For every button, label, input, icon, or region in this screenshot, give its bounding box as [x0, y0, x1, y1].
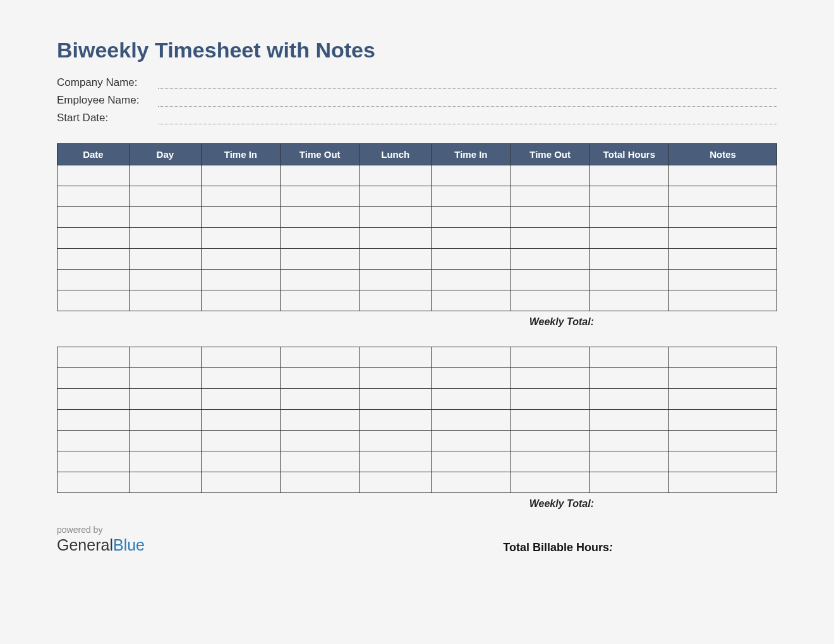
week1-cell-timeout2[interactable]	[511, 249, 589, 270]
week1-cell-timein1[interactable]	[201, 270, 280, 290]
week1-cell-lunch[interactable]	[360, 290, 432, 311]
week2-cell-date[interactable]	[57, 431, 130, 451]
week1-cell-day[interactable]	[129, 270, 201, 290]
week1-cell-notes[interactable]	[669, 249, 777, 270]
week2-cell-timeout1[interactable]	[281, 347, 360, 368]
week2-cell-total[interactable]	[589, 431, 668, 451]
week2-cell-total[interactable]	[589, 410, 668, 431]
week1-cell-timeout2[interactable]	[511, 290, 589, 311]
week2-cell-lunch[interactable]	[360, 389, 432, 410]
week2-cell-date[interactable]	[57, 410, 130, 431]
week1-cell-timein2[interactable]	[432, 290, 511, 311]
week2-cell-notes[interactable]	[669, 389, 777, 410]
week2-cell-day[interactable]	[129, 472, 201, 493]
week1-cell-lunch[interactable]	[360, 207, 432, 228]
week2-cell-total[interactable]	[589, 347, 668, 368]
week2-cell-timeout2[interactable]	[511, 389, 589, 410]
week1-cell-timeout1[interactable]	[281, 228, 360, 249]
week1-cell-date[interactable]	[57, 249, 130, 270]
week1-cell-date[interactable]	[57, 207, 130, 228]
company-input-line[interactable]	[158, 78, 777, 89]
week2-cell-timeout2[interactable]	[511, 472, 589, 493]
week1-cell-total[interactable]	[589, 207, 668, 228]
week1-cell-timeout2[interactable]	[511, 186, 589, 207]
week1-cell-date[interactable]	[57, 290, 130, 311]
week1-cell-timein2[interactable]	[432, 249, 511, 270]
week1-cell-timein1[interactable]	[201, 249, 280, 270]
week1-cell-timein1[interactable]	[201, 290, 280, 311]
week2-cell-date[interactable]	[57, 347, 130, 368]
week2-cell-day[interactable]	[129, 368, 201, 389]
week2-cell-notes[interactable]	[669, 368, 777, 389]
week1-cell-timein2[interactable]	[432, 207, 511, 228]
week1-cell-timein1[interactable]	[201, 207, 280, 228]
week1-cell-timeout1[interactable]	[281, 290, 360, 311]
week2-cell-timein2[interactable]	[432, 472, 511, 493]
week1-cell-notes[interactable]	[669, 165, 777, 186]
week1-cell-timeout2[interactable]	[511, 270, 589, 290]
week2-cell-day[interactable]	[129, 431, 201, 451]
week2-cell-timein1[interactable]	[201, 368, 280, 389]
week2-cell-total[interactable]	[589, 451, 668, 472]
week1-cell-timein2[interactable]	[432, 228, 511, 249]
week1-cell-timein1[interactable]	[201, 165, 280, 186]
week2-cell-timein2[interactable]	[432, 451, 511, 472]
week2-cell-lunch[interactable]	[360, 410, 432, 431]
week1-cell-notes[interactable]	[669, 270, 777, 290]
week2-cell-total[interactable]	[589, 368, 668, 389]
week2-cell-timein2[interactable]	[432, 410, 511, 431]
week2-cell-timein2[interactable]	[432, 368, 511, 389]
week1-cell-day[interactable]	[129, 207, 201, 228]
week2-cell-total[interactable]	[589, 472, 668, 493]
week1-cell-day[interactable]	[129, 228, 201, 249]
week2-cell-timeout1[interactable]	[281, 472, 360, 493]
week2-cell-notes[interactable]	[669, 347, 777, 368]
week1-cell-timeout2[interactable]	[511, 207, 589, 228]
week2-cell-timein1[interactable]	[201, 389, 280, 410]
week1-cell-notes[interactable]	[669, 228, 777, 249]
week2-cell-day[interactable]	[129, 410, 201, 431]
week2-cell-timein1[interactable]	[201, 431, 280, 451]
week2-cell-timein1[interactable]	[201, 472, 280, 493]
week1-cell-notes[interactable]	[669, 186, 777, 207]
employee-input-line[interactable]	[158, 95, 777, 107]
week2-cell-notes[interactable]	[669, 410, 777, 431]
week2-cell-timeout2[interactable]	[511, 347, 589, 368]
week2-cell-notes[interactable]	[669, 472, 777, 493]
week2-cell-notes[interactable]	[669, 451, 777, 472]
week1-cell-day[interactable]	[129, 165, 201, 186]
week1-cell-day[interactable]	[129, 249, 201, 270]
week2-cell-lunch[interactable]	[360, 347, 432, 368]
week1-cell-timein1[interactable]	[201, 228, 280, 249]
week1-cell-total[interactable]	[589, 270, 668, 290]
week2-cell-timein2[interactable]	[432, 431, 511, 451]
week2-cell-timein1[interactable]	[201, 410, 280, 431]
week1-cell-timein2[interactable]	[432, 186, 511, 207]
week1-cell-date[interactable]	[57, 228, 130, 249]
week2-cell-timeout2[interactable]	[511, 410, 589, 431]
week2-cell-timeout1[interactable]	[281, 451, 360, 472]
week1-cell-date[interactable]	[57, 186, 130, 207]
week2-cell-timein2[interactable]	[432, 347, 511, 368]
week1-cell-timein1[interactable]	[201, 186, 280, 207]
week1-cell-timeout1[interactable]	[281, 270, 360, 290]
week1-cell-timeout1[interactable]	[281, 186, 360, 207]
week1-cell-timeout1[interactable]	[281, 249, 360, 270]
startdate-input-line[interactable]	[158, 113, 777, 124]
week1-cell-total[interactable]	[589, 249, 668, 270]
week2-cell-timeout2[interactable]	[511, 368, 589, 389]
week2-cell-total[interactable]	[589, 389, 668, 410]
week1-cell-timein2[interactable]	[432, 270, 511, 290]
week1-cell-lunch[interactable]	[360, 270, 432, 290]
week1-cell-timeout1[interactable]	[281, 165, 360, 186]
week2-cell-notes[interactable]	[669, 431, 777, 451]
week2-cell-day[interactable]	[129, 347, 201, 368]
week2-cell-lunch[interactable]	[360, 451, 432, 472]
week2-cell-day[interactable]	[129, 451, 201, 472]
week2-cell-timeout1[interactable]	[281, 368, 360, 389]
week2-cell-timeout2[interactable]	[511, 451, 589, 472]
week2-cell-lunch[interactable]	[360, 368, 432, 389]
week1-cell-total[interactable]	[589, 228, 668, 249]
week2-cell-timein2[interactable]	[432, 389, 511, 410]
week2-cell-date[interactable]	[57, 451, 130, 472]
